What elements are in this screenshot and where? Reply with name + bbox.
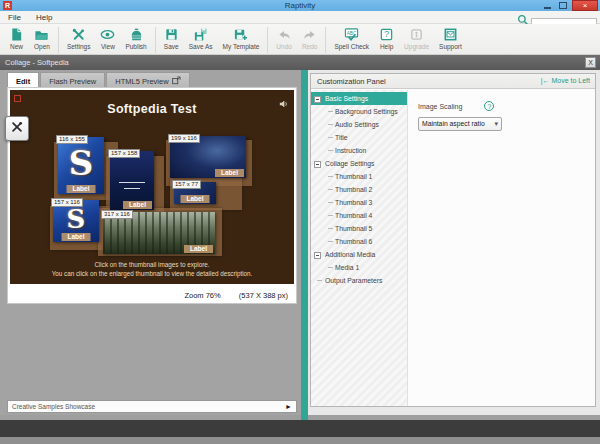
instruction-line-1: Click on the thumbnail images to explore… xyxy=(10,261,294,268)
customization-pane: Customization Panel |← Move to Left Basi… xyxy=(308,70,600,415)
eye-icon xyxy=(100,26,115,42)
image-scaling-row: Image Scaling ? xyxy=(418,101,494,111)
collage-thumbnail-4[interactable]: 157 x 77 Label xyxy=(174,182,216,204)
status-bar xyxy=(0,420,600,437)
collage-thumbnail-3[interactable]: 199 x 116 Label xyxy=(170,136,246,178)
tree-item-background-settings[interactable]: Background Settings xyxy=(311,105,407,118)
showcase-label: Creative Samples Showcase xyxy=(12,403,95,410)
document-title: Collage - Softpedia xyxy=(5,58,69,67)
thumbnail-label: Label xyxy=(123,201,152,209)
edit-pane: Edit Flash Preview HTML5 Preview Softped… xyxy=(0,70,301,415)
toolbar-upgrade-button[interactable]: Upgrade xyxy=(399,26,434,50)
collage-title: Softpedia Test xyxy=(10,102,294,116)
toolbar-publish-button[interactable]: Publish xyxy=(120,26,151,50)
settings-content: Image Scaling ? Maintain aspect ratio ▾ xyxy=(409,90,595,406)
selection-handle[interactable] xyxy=(14,95,21,102)
tree-item-media-1[interactable]: Media 1 xyxy=(311,261,407,274)
toolbar-separator xyxy=(155,27,156,53)
document-close-button[interactable]: X xyxy=(585,57,596,68)
undo-arrow-icon xyxy=(277,26,292,42)
tree-item-thumbnail-2[interactable]: Thumbnail 2 xyxy=(311,183,407,196)
tree-item-audio-settings[interactable]: Audio Settings xyxy=(311,118,407,131)
customization-panel-header: Customization Panel |← Move to Left xyxy=(311,74,595,89)
tree-item-additional-media[interactable]: Additional Media xyxy=(311,248,407,261)
play-icon[interactable]: ► xyxy=(285,401,292,412)
document-bar: Collage - Softpedia X xyxy=(0,55,600,70)
toolbar-new-button[interactable]: New xyxy=(4,26,29,50)
move-left-icon: |← xyxy=(541,77,550,84)
thumbnail-label: Label xyxy=(184,245,213,253)
collapse-icon[interactable] xyxy=(314,252,321,259)
speaker-icon[interactable] xyxy=(279,95,289,113)
size-chip: 157 x 158 xyxy=(108,149,140,158)
window-title: Raptivity xyxy=(0,1,600,10)
tree-item-collage-settings[interactable]: Collage Settings xyxy=(311,157,407,170)
zoom-status: Zoom 76% (537 X 388 px) xyxy=(8,291,288,300)
popup-window-icon xyxy=(172,76,181,87)
save-as-icon xyxy=(193,26,208,42)
canvas-dimensions: (537 X 388 px) xyxy=(239,291,288,300)
thumbnail-label: Label xyxy=(67,185,96,193)
zoom-level: Zoom 76% xyxy=(184,291,220,300)
menu-file[interactable]: File xyxy=(4,12,25,23)
open-folder-icon xyxy=(34,26,49,42)
toolbar-undo-button[interactable]: Undo xyxy=(271,26,297,50)
thumbnail-label: Label xyxy=(181,195,210,203)
settings-tools-icon xyxy=(71,26,86,42)
toolbar-redo-button[interactable]: Redo xyxy=(297,26,323,50)
customization-panel: Customization Panel |← Move to Left Basi… xyxy=(310,73,596,407)
toolbar-save-as-button[interactable]: Save As xyxy=(184,26,218,50)
publish-icon xyxy=(129,26,144,42)
toolbar-spell-check-button[interactable]: ABC Spell Check xyxy=(329,26,374,50)
tree-item-thumbnail-6[interactable]: Thumbnail 6 xyxy=(311,235,407,248)
toolbar-settings-button[interactable]: Settings xyxy=(62,26,96,50)
help-circle-icon[interactable]: ? xyxy=(484,101,494,111)
toolbar-my-template-button[interactable]: My Template xyxy=(218,26,265,50)
toolbar-save-button[interactable]: Save xyxy=(159,26,184,50)
toolbar-support-button[interactable]: Support xyxy=(434,26,467,50)
save-floppy-icon xyxy=(164,26,179,42)
size-chip: 157 x 116 xyxy=(51,198,83,207)
toolbar-view-button[interactable]: View xyxy=(95,26,120,50)
collage-stage[interactable]: Softpedia Test S 116 x 155 Label xyxy=(10,90,294,284)
customization-panel-body: Basic Settings Background Settings Audio… xyxy=(311,90,595,406)
stage-tools-button[interactable] xyxy=(5,116,29,141)
spell-check-icon: ABC xyxy=(344,26,359,42)
window-bottom-edge xyxy=(0,437,600,444)
instruction-line-2: You can click on the enlarged thumbnail … xyxy=(10,270,294,277)
title-bar: R Raptivity × xyxy=(0,0,600,11)
close-button[interactable]: × xyxy=(572,0,598,11)
tree-item-title[interactable]: Title xyxy=(311,131,407,144)
menu-help[interactable]: Help xyxy=(32,12,56,23)
collage-thumbnail-2[interactable]: 157 x 158 Label xyxy=(110,151,154,210)
my-template-icon xyxy=(233,26,248,42)
tree-item-thumbnail-5[interactable]: Thumbnail 5 xyxy=(311,222,407,235)
creative-samples-showcase-bar[interactable]: Creative Samples Showcase ► xyxy=(7,400,297,413)
tree-item-thumbnail-1[interactable]: Thumbnail 1 xyxy=(311,170,407,183)
tree-item-basic-settings[interactable]: Basic Settings xyxy=(311,92,407,105)
toolbar-help-button[interactable]: ? Help xyxy=(374,26,399,50)
collage-thumbnail-1[interactable]: S 116 x 155 Label xyxy=(58,137,104,194)
size-chip: 157 x 77 xyxy=(172,180,201,189)
image-scaling-dropdown[interactable]: Maintain aspect ratio ▾ xyxy=(418,117,502,131)
svg-text:?: ? xyxy=(384,29,389,39)
toolbar-open-button[interactable]: Open xyxy=(29,26,55,50)
minimize-button[interactable] xyxy=(544,2,554,9)
move-to-left-button[interactable]: |← Move to Left xyxy=(541,77,590,84)
thumbnail-label: Label xyxy=(215,169,244,177)
thumbnail-label: Label xyxy=(62,233,91,241)
maximize-button[interactable] xyxy=(559,2,569,9)
collapse-icon[interactable] xyxy=(314,96,321,103)
settings-tree: Basic Settings Background Settings Audio… xyxy=(311,90,408,406)
collage-thumbnail-6[interactable]: 317 x 116 Label xyxy=(103,212,215,254)
tree-item-instruction[interactable]: Instruction xyxy=(311,144,407,157)
tree-item-thumbnail-3[interactable]: Thumbnail 3 xyxy=(311,196,407,209)
size-chip: 116 x 155 xyxy=(56,135,88,144)
tree-item-thumbnail-4[interactable]: Thumbnail 4 xyxy=(311,209,407,222)
customization-panel-title: Customization Panel xyxy=(317,77,386,86)
collapse-icon[interactable] xyxy=(314,161,321,168)
pane-splitter[interactable] xyxy=(301,70,308,420)
tree-item-output-parameters[interactable]: Output Parameters xyxy=(311,274,407,287)
new-file-icon xyxy=(9,26,24,42)
collage-thumbnail-5[interactable]: S 157 x 116 Label xyxy=(53,200,99,242)
